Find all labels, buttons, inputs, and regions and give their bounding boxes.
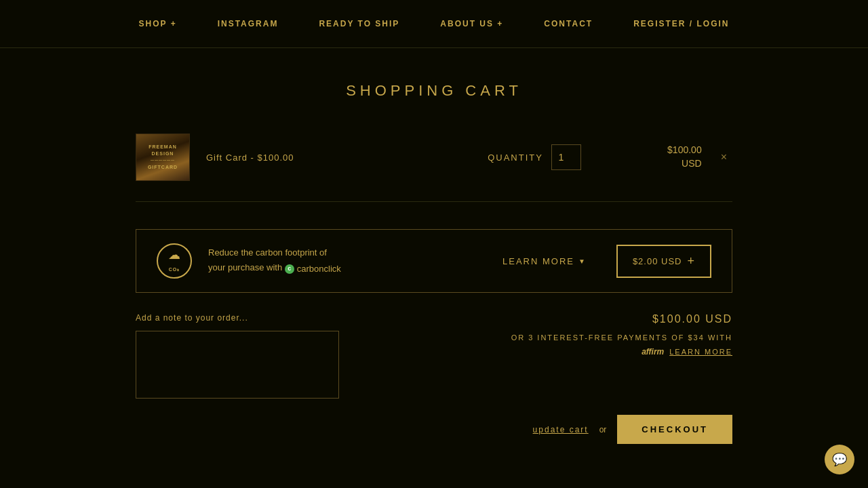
quantity-label: Quantity — [488, 152, 543, 163]
affirm-row: affirm LEARN MORE — [454, 347, 732, 357]
bottom-section: Add a note to your order... $100.00 USD … — [108, 313, 760, 401]
carbon-banner: ☁ CO₂ Reduce the carbon footprint of you… — [108, 229, 760, 293]
carbon-box: ☁ CO₂ Reduce the carbon footprint of you… — [136, 229, 732, 293]
affirm-logo: affirm — [642, 347, 664, 357]
page-title: SHOPPING CART — [0, 48, 868, 120]
chat-icon: 💬 — [832, 452, 847, 467]
co2-label: CO₂ — [169, 267, 180, 272]
price-currency: USD — [682, 158, 702, 169]
nav-contact[interactable]: CONTACT — [544, 19, 593, 28]
chat-bubble-button[interactable]: 💬 — [825, 445, 854, 474]
learn-more-button[interactable]: Learn More ▼ — [489, 256, 600, 266]
carbon-text-line2: your purchase with — [208, 262, 282, 272]
gift-card-image-label: FREEMANDESIGN──────GIFTCARD — [145, 141, 180, 173]
co2-icon: ☁ CO₂ — [157, 243, 192, 279]
item-image-inner: FREEMANDESIGN──────GIFTCARD — [136, 134, 189, 180]
nav-ready-to-ship[interactable]: READY TO SHIP — [319, 19, 399, 28]
cart-item: FREEMANDESIGN──────GIFTCARD Gift Card - … — [136, 120, 732, 202]
co2-icon-inner: ☁ CO₂ — [168, 249, 180, 273]
nav-shop[interactable]: SHOP + — [139, 19, 177, 28]
chevron-down-icon: ▼ — [578, 258, 587, 265]
affirm-learn-more[interactable]: LEARN MORE — [669, 348, 732, 356]
quantity-input[interactable] — [551, 144, 581, 170]
order-summary: $100.00 USD OR 3 INTEREST-FREE PAYMENTS … — [454, 313, 732, 357]
carbonclick-name: carbonclick — [297, 262, 341, 277]
carbon-text-line1: Reduce the carbon footprint of — [208, 247, 327, 258]
item-price: $100.00 USD × — [667, 144, 732, 170]
add-carbon-price: $2.00 USD — [633, 256, 682, 266]
price-amount: $100.00 — [667, 144, 702, 155]
cart-section: FREEMANDESIGN──────GIFTCARD Gift Card - … — [108, 120, 760, 202]
note-section: Add a note to your order... — [136, 313, 414, 401]
checkout-row: Update cart or CHECKOUT — [108, 415, 760, 444]
carbonclick-dot-icon — [285, 264, 294, 274]
main-nav: SHOP + INSTAGRAM READY TO SHIP ABOUT US … — [0, 0, 868, 48]
cloud-icon: ☁ — [168, 249, 180, 261]
item-image: FREEMANDESIGN──────GIFTCARD — [136, 134, 190, 181]
affirm-symbol: affirm — [642, 347, 664, 357]
plus-icon: + — [687, 254, 695, 268]
checkout-button[interactable]: CHECKOUT — [617, 415, 732, 444]
carbon-description: Reduce the carbon footprint of your purc… — [208, 245, 473, 277]
item-price-text: $100.00 USD — [667, 144, 702, 170]
nav-instagram[interactable]: INSTAGRAM — [218, 19, 279, 28]
nav-about-us[interactable]: ABOUT US + — [440, 19, 503, 28]
learn-more-label: Learn More — [502, 256, 574, 266]
order-note-input[interactable] — [136, 331, 339, 399]
or-label: or — [599, 425, 607, 434]
nav-register-login[interactable]: REGISTER / LOGIN — [633, 19, 729, 28]
note-label: Add a note to your order... — [136, 313, 414, 323]
item-left: FREEMANDESIGN──────GIFTCARD Gift Card - … — [136, 134, 401, 181]
add-carbon-button[interactable]: $2.00 USD + — [616, 245, 711, 278]
subtotal: $100.00 USD — [454, 313, 732, 325]
item-name: Gift Card - $100.00 — [206, 152, 294, 163]
affirm-text: OR 3 INTEREST-FREE PAYMENTS OF $34 WITH — [454, 333, 732, 342]
item-quantity: Quantity — [401, 144, 667, 170]
remove-item-button[interactable]: × — [715, 148, 732, 166]
update-cart-button[interactable]: Update cart — [533, 425, 589, 434]
carbonclick-brand: carbonclick — [285, 262, 341, 277]
